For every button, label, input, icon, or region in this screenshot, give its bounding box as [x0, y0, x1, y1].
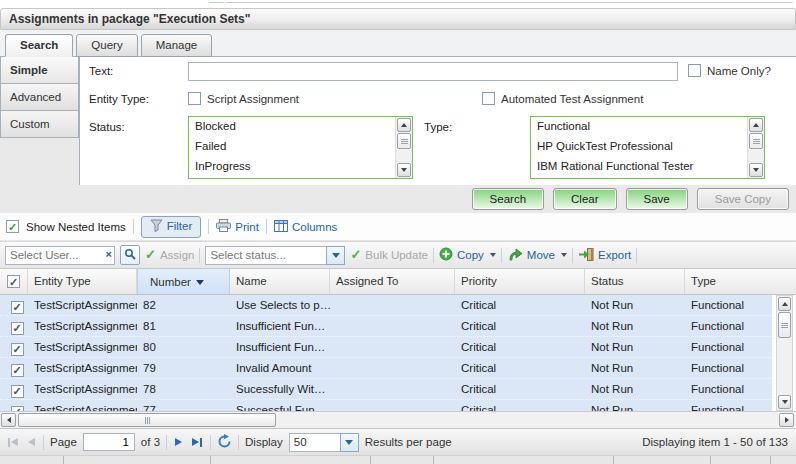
page-number-input[interactable]	[83, 433, 135, 451]
chevron-down-icon[interactable]	[326, 246, 345, 265]
tab-search[interactable]: Search	[5, 34, 73, 57]
cell-type: Functional	[685, 379, 772, 399]
subtab-advanced[interactable]: Advanced	[0, 84, 79, 111]
cell-status: Not Run	[585, 337, 685, 357]
row-checkbox[interactable]: ✓	[0, 400, 28, 411]
scroll-up-icon[interactable]	[778, 297, 791, 311]
cell-number: 79	[137, 358, 230, 378]
next-page-button[interactable]	[173, 438, 184, 446]
grid-vertical-scrollbar[interactable]	[776, 295, 793, 411]
scroll-up-icon[interactable]	[749, 118, 763, 132]
name-only-checkbox[interactable]: Name Only?	[688, 64, 771, 77]
column-header-status[interactable]: Status	[585, 269, 685, 294]
table-row[interactable]: ✓ TestScriptAssignment 77 Successful Fun…	[0, 400, 772, 411]
status-option[interactable]: InProgress	[189, 157, 395, 177]
table-row[interactable]: ✓ TestScriptAssignment 81 Insufficient F…	[0, 316, 772, 337]
type-listbox-scrollbar[interactable]	[747, 117, 764, 178]
columns-button[interactable]: Columns	[274, 220, 337, 234]
subtab-simple[interactable]: Simple	[0, 57, 79, 84]
show-nested-items-checkbox[interactable]: ✓	[6, 220, 19, 233]
save-button[interactable]: Save	[626, 188, 688, 210]
copy-button[interactable]: Copy	[439, 247, 496, 263]
cell-name: Successful Fun…	[230, 400, 330, 411]
last-page-button[interactable]	[190, 438, 204, 447]
row-checkbox[interactable]: ✓	[0, 358, 28, 378]
display-label: Display	[245, 436, 283, 448]
entity-type-label: Entity Type:	[89, 93, 149, 105]
copy-plus-icon	[439, 247, 453, 263]
type-option[interactable]: HP QuickTest Professional	[531, 137, 747, 157]
row-checkbox[interactable]: ✓	[0, 295, 28, 315]
scroll-down-icon[interactable]	[749, 163, 763, 177]
select-status-value[interactable]: Select status...	[205, 246, 327, 265]
select-user-field[interactable]: ×	[5, 246, 115, 265]
page-size-value[interactable]: 50	[289, 433, 341, 452]
tab-manage[interactable]: Manage	[141, 34, 213, 57]
script-assignment-checkbox[interactable]: Script Assignment	[188, 92, 299, 105]
row-checkbox[interactable]: ✓	[0, 379, 28, 399]
move-button[interactable]: Move	[507, 247, 567, 263]
first-page-button	[6, 438, 20, 447]
status-listbox-scrollbar[interactable]	[395, 117, 412, 178]
cell-entity-type: TestScriptAssignment	[28, 316, 137, 336]
column-header-type[interactable]: Type	[685, 269, 796, 294]
table-row[interactable]: ✓ TestScriptAssignment 80 Insufficient F…	[0, 337, 772, 358]
scrollbar-thumb[interactable]	[397, 133, 411, 149]
chevron-down-icon[interactable]	[340, 433, 359, 452]
search-button[interactable]: Search	[472, 188, 544, 210]
scrollbar-thumb[interactable]	[749, 133, 763, 149]
type-listbox[interactable]: Functional HP QuickTest Professional IBM…	[530, 116, 765, 179]
scroll-up-icon[interactable]	[397, 118, 411, 132]
cell-priority: Critical	[455, 316, 585, 336]
cell-number: 81	[137, 316, 230, 336]
automated-test-assignment-checkbox[interactable]: Automated Test Assignment	[482, 92, 643, 105]
column-header-priority[interactable]: Priority	[455, 269, 585, 294]
select-all-checkbox[interactable]: ✓	[0, 269, 28, 294]
toolbar-separator	[238, 435, 239, 450]
checkbox-unchecked[interactable]	[188, 92, 201, 105]
clear-button[interactable]: Clear	[553, 188, 616, 210]
scroll-right-icon[interactable]	[779, 413, 794, 427]
table-row[interactable]: ✓ TestScriptAssignment 78 Sucessfully Wi…	[0, 379, 772, 400]
column-header-entity-type[interactable]: Entity Type	[28, 269, 137, 294]
select-status-dropdown[interactable]: Select status...	[205, 246, 345, 265]
text-input[interactable]	[188, 62, 678, 81]
scroll-down-icon[interactable]	[397, 163, 411, 177]
print-button[interactable]: Print	[216, 219, 259, 234]
row-checkbox[interactable]: ✓	[0, 316, 28, 336]
status-listbox[interactable]: Blocked Failed InProgress	[188, 116, 413, 179]
user-search-button[interactable]	[120, 245, 140, 265]
scroll-left-icon[interactable]	[1, 413, 16, 427]
checkbox-unchecked[interactable]	[482, 92, 495, 105]
cell-priority: Critical	[455, 337, 585, 357]
grid-horizontal-scrollbar[interactable]	[0, 411, 796, 428]
status-option[interactable]: Blocked	[189, 117, 395, 137]
subtab-custom[interactable]: Custom	[0, 111, 79, 138]
cell-type: Functional	[685, 337, 772, 357]
column-header-assigned-to[interactable]: Assigned To	[330, 269, 455, 294]
table-row[interactable]: ✓ TestScriptAssignment 82 Use Selects to…	[0, 295, 772, 316]
toolbar-separator	[43, 435, 44, 450]
status-option[interactable]: Failed	[189, 137, 395, 157]
scrollbar-thumb[interactable]	[778, 312, 791, 338]
column-header-number[interactable]: Number	[137, 269, 230, 294]
type-option[interactable]: IBM Rational Functional Tester	[531, 157, 747, 177]
refresh-icon[interactable]	[217, 434, 232, 451]
cell-assigned-to	[330, 379, 455, 399]
page-size-dropdown[interactable]: 50	[289, 433, 359, 452]
export-button[interactable]: Export	[578, 248, 631, 263]
tab-query[interactable]: Query	[76, 34, 137, 57]
type-option[interactable]: Functional	[531, 117, 747, 137]
select-user-input[interactable]	[5, 246, 115, 265]
copy-label: Copy	[457, 249, 484, 261]
column-header-name[interactable]: Name	[230, 269, 330, 294]
cell-status: Not Run	[585, 379, 685, 399]
clear-user-icon[interactable]: ×	[106, 248, 112, 260]
checkbox-unchecked[interactable]	[688, 64, 701, 77]
filter-button[interactable]: Filter	[141, 216, 202, 238]
row-checkbox[interactable]: ✓	[0, 337, 28, 357]
scroll-down-icon[interactable]	[778, 395, 791, 409]
search-form: Text: Name Only? Entity Type: Script Ass…	[79, 57, 796, 185]
scrollbar-thumb[interactable]	[18, 413, 276, 427]
table-row[interactable]: ✓ TestScriptAssignment 79 Invalid Amount…	[0, 358, 772, 379]
